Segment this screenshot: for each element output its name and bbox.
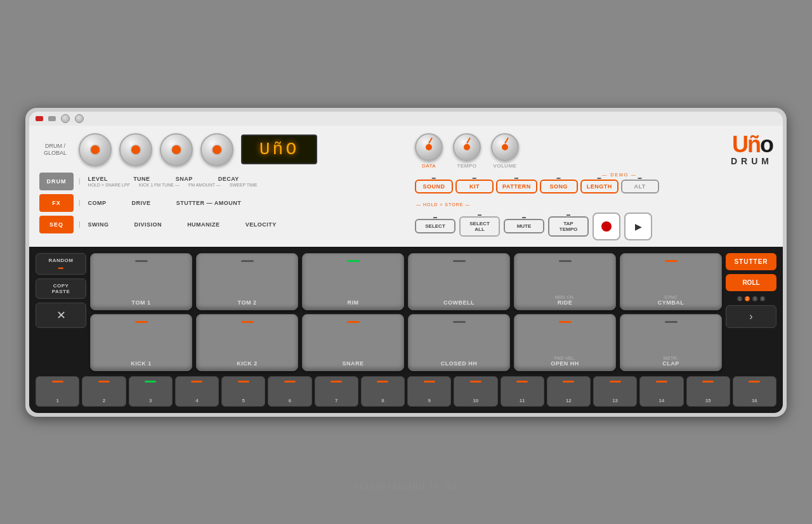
pad-cowbell-label: COWBELL <box>443 299 475 306</box>
step-10-led <box>470 381 481 383</box>
step-2-number: 2 <box>103 398 105 403</box>
knob-2[interactable] <box>119 133 152 166</box>
pad-kick1[interactable]: KICK 1 <box>90 314 192 371</box>
knob-4[interactable] <box>200 133 233 166</box>
length-button[interactable]: LENGTH <box>580 180 619 193</box>
copy-paste-button[interactable]: COPYPASTE <box>36 278 86 299</box>
step-1-led <box>52 381 63 383</box>
pad-rim[interactable]: RIM <box>302 253 404 310</box>
fx-param-names: COMP DRIVE STUTTER — AMOUNT <box>88 200 242 206</box>
right-controls: DATA TEMPO <box>415 133 773 240</box>
pad-open-hh[interactable]: PAD VEL. OPEN HH <box>514 314 616 371</box>
led-red <box>36 116 43 121</box>
drum-subtitle: DRUM <box>731 156 773 166</box>
knob-3[interactable] <box>160 133 193 166</box>
step-12-number: 12 <box>566 398 572 403</box>
x-button[interactable]: ✕ <box>36 303 86 328</box>
step-10[interactable]: 10 <box>454 376 497 407</box>
subparam-3: FM AMOUNT — <box>188 183 221 187</box>
bank-2[interactable]: 2 <box>745 296 750 301</box>
pattern-button[interactable]: PATTERN <box>496 180 537 193</box>
next-button[interactable]: › <box>726 305 776 328</box>
pad-snare[interactable]: SNARE <box>302 314 404 371</box>
step-8[interactable]: 8 <box>361 376 405 407</box>
seq-button[interactable]: SEQ <box>39 216 74 233</box>
knob-1[interactable] <box>79 133 112 166</box>
bank-4[interactable]: 4 <box>760 296 765 301</box>
pad-kick2-label: KICK 2 <box>237 360 258 367</box>
pad-cowbell-indicator <box>453 260 466 262</box>
left-side-buttons: RANDOM COPYPASTE ✕ <box>36 253 86 328</box>
play-button[interactable]: ▶ <box>624 213 652 240</box>
step-4[interactable]: 4 <box>175 376 219 407</box>
select-button[interactable]: SELECT <box>415 219 455 233</box>
top-knob-2[interactable] <box>75 114 84 123</box>
pad-ride[interactable]: MIDI CH. RIDE <box>514 253 616 310</box>
record-button[interactable] <box>593 213 620 240</box>
kit-button[interactable]: KIT <box>455 180 494 193</box>
seq-params: SWING DIVISION HUMANIZE VELOCITY <box>88 221 277 228</box>
stutter-button[interactable]: STUTTER <box>726 253 776 270</box>
drum-params: LEVEL TUNE SNAP DECAY HOLD > SNARE LPF K… <box>88 176 258 187</box>
knob-indicator <box>428 137 433 143</box>
tempo-knob-indicator <box>466 137 471 143</box>
step-9[interactable]: 9 <box>407 376 451 407</box>
step-10-number: 10 <box>473 398 478 403</box>
main-display: UñO <box>241 134 317 164</box>
left-controls: DRUM / GLOBAL UñO DRUM | LEVEL TUNE <box>39 133 407 233</box>
pad-cymbal-label: CYMBAL <box>658 299 684 306</box>
step-11[interactable]: 11 <box>501 376 544 407</box>
step-13[interactable]: 13 <box>593 376 637 407</box>
step-1[interactable]: 1 <box>36 376 79 407</box>
step-12-led <box>563 381 574 383</box>
step-7[interactable]: 7 <box>315 376 358 407</box>
param-comp: COMP <box>88 200 107 206</box>
sound-button[interactable]: SOUND <box>415 180 453 193</box>
demo-label: — DEMO — <box>602 173 637 177</box>
pads-grid: TOM 1 TOM 2 RIM COWBELL <box>90 253 722 371</box>
drum-button[interactable]: DRUM <box>39 173 74 190</box>
pads-area: RANDOM COPYPASTE ✕ TOM 1 TOM 2 <box>36 253 776 371</box>
step-13-led <box>610 381 621 383</box>
alt-button[interactable]: ALT <box>621 180 659 193</box>
random-button[interactable]: RANDOM <box>36 253 86 275</box>
step-16[interactable]: 16 <box>733 376 776 407</box>
pad-cymbal[interactable]: SYNC CYMBAL <box>620 253 722 310</box>
select-all-button[interactable]: SELECTALL <box>459 216 500 237</box>
drum-subparams: HOLD > SNARE LPF KICK 1 FM TUNE — FM AMO… <box>88 183 258 187</box>
pad-kick2[interactable]: KICK 2 <box>196 314 298 371</box>
mute-button[interactable]: MUTE <box>504 219 544 233</box>
pad-open-hh-label: OPEN HH <box>551 360 579 367</box>
pad-cymbal-sublabel: SYNC <box>664 295 678 299</box>
bank-3[interactable]: 3 <box>752 296 757 301</box>
song-button[interactable]: SONG <box>540 180 578 193</box>
step-3-led <box>145 381 156 383</box>
step-5[interactable]: 5 <box>221 376 265 407</box>
pad-cowbell[interactable]: COWBELL <box>408 253 510 310</box>
step-15-led <box>702 381 714 383</box>
param-tune: TUNE <box>133 176 150 182</box>
roll-button[interactable]: ROLL <box>726 274 776 291</box>
step-15[interactable]: 15 <box>686 376 730 407</box>
step-2[interactable]: 2 <box>82 376 126 407</box>
step-5-led <box>238 381 249 383</box>
pad-closed-hh[interactable]: CLOSED HH <box>408 314 510 371</box>
pad-tom1[interactable]: TOM 1 <box>90 253 192 310</box>
uno-logo: Uño DRUM <box>731 133 773 166</box>
param-swing: SWING <box>88 221 109 228</box>
pad-snare-label: SNARE <box>342 360 363 367</box>
step-12[interactable]: 12 <box>547 376 591 407</box>
step-6[interactable]: 6 <box>268 376 311 407</box>
step-16-number: 16 <box>752 398 757 403</box>
drum-global-label: DRUM / GLOBAL <box>39 143 71 157</box>
top-knob-1[interactable] <box>61 114 70 123</box>
step-9-number: 9 <box>428 398 430 403</box>
pad-clap[interactable]: METR. CLAP <box>620 314 722 371</box>
tap-tempo-button[interactable]: TAPTEMPO <box>548 216 589 237</box>
step-14[interactable]: 14 <box>639 376 683 407</box>
bank-1[interactable]: 1 <box>737 296 742 301</box>
step-14-led <box>656 381 667 383</box>
fx-button[interactable]: FX <box>39 194 74 212</box>
step-3[interactable]: 3 <box>129 376 173 407</box>
pad-tom2[interactable]: TOM 2 <box>196 253 298 310</box>
